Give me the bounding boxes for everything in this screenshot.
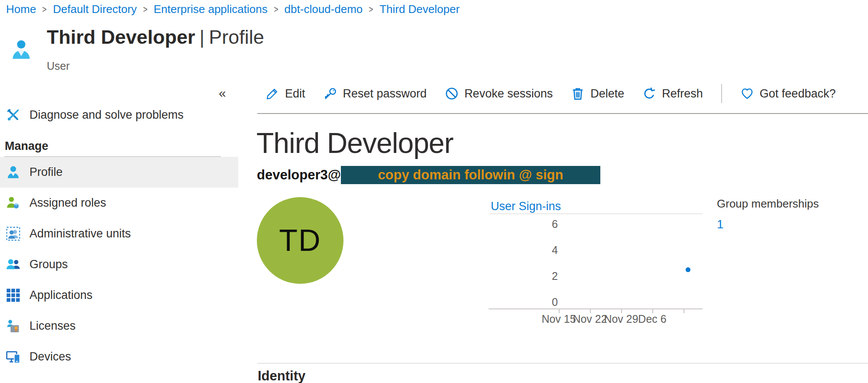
page-subtitle: User [47, 60, 70, 72]
sidebar-item-label: Groups [29, 258, 68, 271]
breadcrumb: Home>Default Directory>Enterprise applic… [6, 3, 460, 16]
breadcrumb-separator: > [38, 4, 51, 15]
y-axis-tick-label: 0 [489, 295, 558, 308]
toolbar-button-label: Refresh [662, 87, 703, 101]
command-bar: EditReset passwordRevoke sessionsDeleteR… [266, 83, 836, 104]
licenses-icon [6, 319, 20, 333]
refresh-icon [642, 87, 656, 101]
sidebar-section-manage: Manage [0, 130, 238, 156]
sidebar-item-administrative-units[interactable]: Administrative units [0, 218, 238, 249]
toolbar-button-label: Revoke sessions [464, 87, 553, 101]
upn-domain-redaction-overlay: copy domain followin @ sign [341, 166, 600, 184]
user-profile-blade: Home>Default Directory>Enterprise applic… [0, 0, 868, 383]
sidebar-item-profile[interactable]: Profile [0, 157, 238, 188]
sidebar-item-label: Applications [29, 289, 93, 302]
got-feedback--button[interactable]: Got feedback? [740, 87, 836, 101]
collapse-menu-icon[interactable]: « [219, 86, 226, 101]
toolbar-button-label: Delete [590, 87, 624, 101]
y-axis-tick-label: 4 [489, 243, 558, 256]
groups-icon [6, 257, 20, 272]
sidebar-item-groups[interactable]: Groups [0, 249, 238, 280]
sidebar-item-label: Administrative units [29, 227, 131, 240]
upn-prefix: developer3@ [257, 167, 341, 183]
pencil-icon [266, 87, 279, 101]
command-bar-divider [257, 113, 868, 114]
toolbar-button-label: Edit [285, 87, 305, 101]
toolbar-separator [721, 84, 722, 103]
breadcrumb-item-default-directory[interactable]: Default Directory [53, 3, 137, 16]
group-memberships-count-link[interactable]: 1 [717, 217, 819, 231]
page-title-separator: | [195, 26, 209, 48]
breadcrumb-item-third-developer[interactable]: Third Developer [379, 3, 460, 16]
devices-icon [6, 350, 20, 364]
y-axis-tick-label: 2 [489, 269, 558, 282]
sidebar-item-label: Assigned roles [29, 196, 106, 210]
user-signins-link[interactable]: User Sign-ins [491, 200, 561, 213]
page-title-section: Profile [209, 26, 264, 48]
revoke-sessions-button[interactable]: Revoke sessions [445, 87, 553, 101]
breadcrumb-separator: > [269, 4, 283, 15]
sidebar-nav: ProfileAssigned rolesAdministrative unit… [0, 157, 238, 372]
section-divider [257, 363, 868, 364]
assigned-roles-icon [6, 196, 20, 210]
edit-button[interactable]: Edit [266, 87, 305, 101]
breadcrumb-item-home[interactable]: Home [6, 3, 36, 16]
breadcrumb-item-enterprise-applications[interactable]: Enterprise applications [154, 3, 268, 16]
sidebar-item-label: Diagnose and solve problems [29, 108, 184, 122]
reset-password-button[interactable]: Reset password [324, 87, 427, 101]
heart-icon [740, 87, 754, 101]
diagnose-tools-icon [6, 108, 20, 122]
block-icon [445, 87, 459, 101]
chart-top-divider [489, 214, 703, 214]
sidebar-item-licenses[interactable]: Licenses [0, 311, 238, 341]
profile-person-icon [6, 165, 20, 179]
sidebar-item-diagnose[interactable]: Diagnose and solve problems [0, 100, 238, 130]
page-title: Third Developer|Profile [47, 26, 264, 49]
sidebar-item-label: Profile [29, 166, 63, 179]
page-title-name: Third Developer [47, 26, 195, 48]
toolbar-button-label: Got feedback? [760, 87, 836, 101]
breadcrumb-item-dbt-cloud-demo[interactable]: dbt-cloud-demo [285, 3, 363, 16]
sidebar-item-applications[interactable]: Applications [0, 280, 238, 311]
user-display-name: Third Developer [256, 127, 453, 159]
group-memberships-label: Group memberships [717, 197, 819, 211]
sidebar: Diagnose and solve problems Manage Profi… [0, 100, 238, 372]
delete-button[interactable]: Delete [571, 87, 624, 101]
signin-data-point [686, 267, 690, 272]
breadcrumb-separator: > [139, 4, 152, 15]
identity-section-heading: Identity [258, 368, 305, 383]
x-axis-tick-label: Dec 6 [626, 313, 678, 325]
sidebar-item-assigned-roles[interactable]: Assigned roles [0, 188, 238, 218]
group-memberships-block: Group memberships 1 [717, 197, 819, 231]
avatar: TD [257, 197, 343, 284]
administrative-units-icon [6, 227, 20, 241]
user-principal-name: developer3@ copy domain followin @ sign [257, 166, 600, 184]
sidebar-item-label: Licenses [29, 319, 76, 333]
user-signins-chart: User Sign-ins 6420Nov 15Nov 22Nov 29Dec … [489, 195, 703, 329]
breadcrumb-separator: > [364, 4, 378, 15]
user-avatar-icon [10, 35, 32, 65]
sidebar-item-devices[interactable]: Devices [0, 341, 238, 372]
y-axis-tick-label: 6 [489, 217, 558, 230]
refresh-button[interactable]: Refresh [642, 87, 703, 101]
trash-icon [571, 87, 585, 101]
x-axis-tick [683, 309, 684, 313]
chart-x-axis [489, 308, 703, 309]
applications-grid-icon [6, 288, 20, 302]
sidebar-item-label: Devices [29, 350, 71, 364]
toolbar-button-label: Reset password [343, 87, 427, 101]
key-icon [324, 87, 337, 101]
